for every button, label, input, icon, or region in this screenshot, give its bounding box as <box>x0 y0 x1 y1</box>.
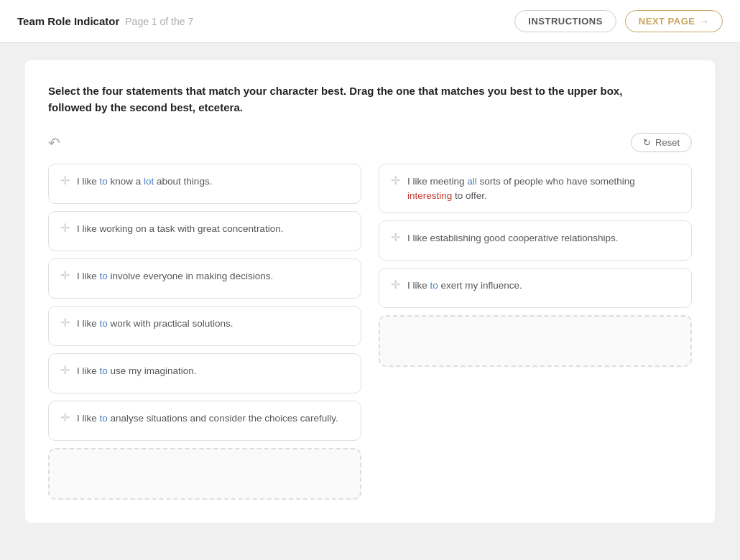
drag-icon: ✛ <box>60 412 70 424</box>
left-column: ✛ I like to know a lot about things. ✛ I… <box>48 164 361 500</box>
page-indicator: Page 1 of the 7 <box>125 16 193 27</box>
list-item[interactable]: ✛ I like to work with practical solution… <box>48 306 361 346</box>
next-page-button[interactable]: NEXT PAGE → <box>625 10 723 32</box>
app-title: Team Role Indicator <box>17 15 119 27</box>
statement-text: I like to analyse situations and conside… <box>77 411 338 426</box>
left-drop-zone[interactable] <box>48 448 361 500</box>
drag-icon: ✛ <box>391 279 400 291</box>
undo-icon: ↶ <box>48 134 60 151</box>
app-header: Team Role Indicator Page 1 of the 7 INST… <box>0 0 740 43</box>
next-arrow-icon: → <box>700 16 710 27</box>
statement-text: I like to exert my influence. <box>407 279 522 293</box>
statement-text: I like establishing good cooperative rel… <box>407 231 618 246</box>
list-item[interactable]: ✛ I like to exert my influence. <box>379 268 692 308</box>
drag-icon: ✛ <box>60 317 70 329</box>
drag-icon: ✛ <box>60 223 70 234</box>
list-item[interactable]: ✛ I like working on a task with great co… <box>48 211 361 251</box>
drag-icon: ✛ <box>391 175 400 187</box>
statement-text: I like meeting all sorts of people who h… <box>407 174 680 202</box>
reset-icon: ↻ <box>643 137 651 148</box>
drag-icon: ✛ <box>60 175 70 187</box>
drag-icon: ✛ <box>60 365 70 376</box>
header-left: Team Role Indicator Page 1 of the 7 <box>17 15 193 27</box>
list-item[interactable]: ✛ I like meeting all sorts of people who… <box>379 164 692 213</box>
list-item[interactable]: ✛ I like to analyse situations and consi… <box>48 401 361 441</box>
header-right: INSTRUCTIONS NEXT PAGE → <box>514 10 723 32</box>
statement-text: I like to know a lot about things. <box>77 174 212 189</box>
instructions-button[interactable]: INSTRUCTIONS <box>514 10 616 32</box>
drag-icon: ✛ <box>60 270 70 281</box>
right-drop-zone[interactable] <box>379 315 692 367</box>
right-column: ✛ I like meeting all sorts of people who… <box>379 164 692 500</box>
toolbar: ↶ ↻ Reset <box>48 133 692 152</box>
instruction-text: Select the four statements that match yo… <box>48 83 637 116</box>
list-item[interactable]: ✛ I like establishing good cooperative r… <box>379 220 692 261</box>
list-item[interactable]: ✛ I like to know a lot about things. <box>48 164 361 204</box>
statement-text: I like to involve everyone in making dec… <box>77 269 273 284</box>
undo-button[interactable]: ↶ <box>48 134 60 151</box>
list-item[interactable]: ✛ I like to involve everyone in making d… <box>48 258 361 299</box>
main-content: Select the four statements that match yo… <box>0 43 740 560</box>
statement-text: I like to use my imagination. <box>77 364 197 378</box>
columns-container: ✛ I like to know a lot about things. ✛ I… <box>48 164 692 500</box>
statement-text: I like to work with practical solutions. <box>77 317 233 331</box>
statement-text: I like working on a task with great conc… <box>77 222 283 236</box>
list-item[interactable]: ✛ I like to use my imagination. <box>48 353 361 393</box>
drag-icon: ✛ <box>391 232 400 243</box>
main-card: Select the four statements that match yo… <box>25 60 715 523</box>
reset-button[interactable]: ↻ Reset <box>631 133 692 152</box>
